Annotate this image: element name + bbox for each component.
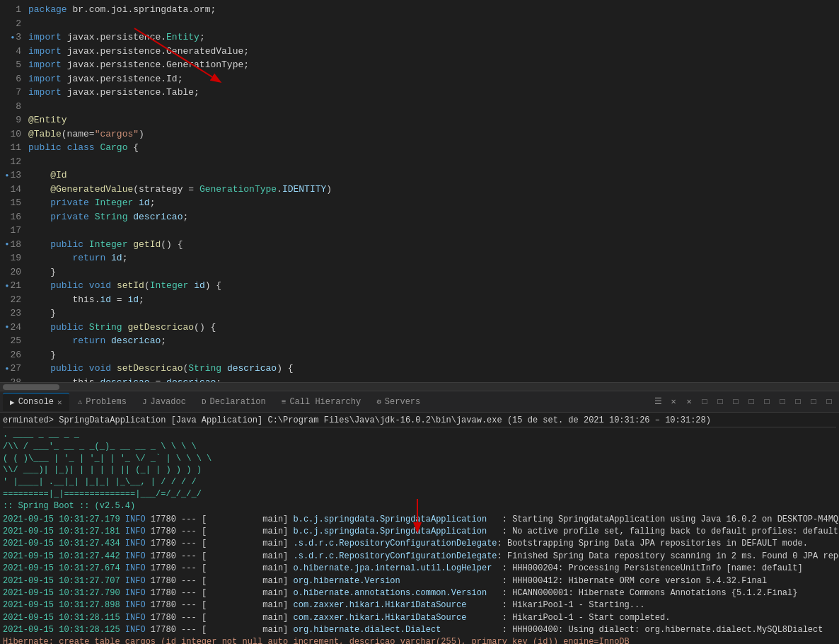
terminated-line: erminated> SpringDataApplication [Java A… xyxy=(3,414,836,427)
line-code: import javax.persistence.Table; xyxy=(28,86,199,100)
code-line: 7import javax.persistence.Table; xyxy=(3,86,839,100)
tab-close-console[interactable]: ✕ xyxy=(57,398,62,407)
line-code: return descricao; xyxy=(28,334,166,348)
line-number: 7 xyxy=(3,86,28,100)
line-code: private Integer id; xyxy=(28,196,155,210)
code-line: 10@Table(name="cargos") xyxy=(3,127,839,142)
action-close[interactable]: ✕ xyxy=(666,395,681,409)
line-number: 6 xyxy=(3,72,28,86)
tab-declaration[interactable]: DDeclaration xyxy=(195,393,273,411)
line-number: 12 xyxy=(3,155,28,169)
code-line: 25 return descricao; xyxy=(3,334,839,348)
tab-callhierarchy[interactable]: ≡Call Hierarchy xyxy=(274,393,368,411)
action-btn-3[interactable]: □ xyxy=(698,395,712,409)
line-number: 14 xyxy=(3,183,28,197)
code-line: 27 public void setDescricao(String descr… xyxy=(3,362,839,376)
tab-bar: ▶Console✕⚠ProblemsJJavadocDDeclaration≡C… xyxy=(0,391,839,413)
line-number: 4 xyxy=(3,45,28,59)
code-line: 5import javax.persistence.GenerationType… xyxy=(3,58,839,72)
line-number: 16 xyxy=(3,210,28,224)
tab-problems[interactable]: ⚠Problems xyxy=(71,393,134,411)
action-btn-4[interactable]: □ xyxy=(713,395,727,409)
log-line: 2021-09-15 10:31:27.181 INFO 17780 --- [… xyxy=(3,526,836,538)
code-line: 28 this.descricao = descricao; xyxy=(3,376,839,383)
line-number: 23 xyxy=(3,306,28,321)
banner-line: /\\ / ___'_ __ _ _(_)_ __ __ _ \ \ \ \ xyxy=(3,441,836,453)
line-code: public void setDescricao(String descrica… xyxy=(28,362,294,376)
scrollbar-thumb[interactable] xyxy=(3,384,59,390)
line-number: 25 xyxy=(3,334,28,348)
code-line: 8 xyxy=(3,100,839,114)
tab-label-callhierarchy: Call Hierarchy xyxy=(289,397,361,407)
log-line: 2021-09-15 10:31:27.790 INFO 17780 --- [… xyxy=(3,587,836,599)
line-code: public String getDescricao() { xyxy=(28,321,216,335)
code-line: 19 return id; xyxy=(3,251,839,265)
line-number: 15 xyxy=(3,196,28,210)
code-line: 22 this.id = id; xyxy=(3,293,839,307)
line-code: } xyxy=(28,306,56,321)
action-btn-9[interactable]: □ xyxy=(791,395,805,409)
banner-line: =========|_|==============|___/=/_/_/_/ xyxy=(3,488,836,500)
line-code: public class Cargo { xyxy=(28,141,139,155)
code-line: 23 } xyxy=(3,306,839,321)
tab-servers[interactable]: ⚙Servers xyxy=(369,393,427,411)
code-line: 13 @Id xyxy=(3,168,839,183)
log-line: 2021-09-15 10:31:27.442 INFO 17780 --- [… xyxy=(3,551,836,563)
log-line: 2021-09-15 10:31:27.179 INFO 17780 --- [… xyxy=(3,514,836,526)
code-editor: 1package br.com.joi.springdata.orm;23imp… xyxy=(0,0,839,382)
tab-label-console: Console xyxy=(18,397,54,407)
code-line: 1package br.com.joi.springdata.orm; xyxy=(3,3,839,17)
line-code: import javax.persistence.Id; xyxy=(28,72,183,86)
line-number: 17 xyxy=(3,224,28,238)
banner-line: ( ( )\___ | '_ | '_| | '_ \/ _` | \ \ \ … xyxy=(3,453,836,465)
line-code: import javax.persistence.GenerationType; xyxy=(28,58,249,72)
action-btn-7[interactable]: □ xyxy=(760,395,774,409)
action-btn-11[interactable]: □ xyxy=(822,395,836,409)
line-number: 1 xyxy=(3,3,28,17)
spring-banner: . ____ _ __ _ _ /\\ / ___'_ __ _ _(_)_ _… xyxy=(3,429,836,512)
line-number: 27 xyxy=(3,362,28,376)
line-code: @Entity xyxy=(28,113,67,127)
log-line: 2021-09-15 10:31:27.707 INFO 17780 --- [… xyxy=(3,575,836,587)
line-code: return id; xyxy=(28,251,127,265)
action-btn-6[interactable]: □ xyxy=(744,395,758,409)
tab-icon-problems: ⚠ xyxy=(78,397,83,406)
log-lines: 2021-09-15 10:31:27.179 INFO 17780 --- [… xyxy=(3,514,836,644)
editor-scrollbar[interactable] xyxy=(0,382,839,391)
line-code: public void setId(Integer id) { xyxy=(28,279,221,293)
action-btn-8[interactable]: □ xyxy=(775,395,789,409)
line-number: 2 xyxy=(3,17,28,31)
line-number: 11 xyxy=(3,141,28,155)
line-number: 13 xyxy=(3,168,28,183)
tab-console[interactable]: ▶Console✕ xyxy=(3,393,69,411)
action-btn-2[interactable]: ✕ xyxy=(682,395,696,409)
action-minimize[interactable]: ☰ xyxy=(651,395,665,409)
line-number: 21 xyxy=(3,279,28,293)
action-btn-10[interactable]: □ xyxy=(806,395,821,409)
line-code: } xyxy=(28,265,56,280)
tab-label-javadoc: Javadoc xyxy=(151,397,186,407)
line-number: 5 xyxy=(3,58,28,72)
code-line: 18 public Integer getId() { xyxy=(3,238,839,252)
log-line: 2021-09-15 10:31:27.434 INFO 17780 --- [… xyxy=(3,538,836,550)
tab-icon-declaration: D xyxy=(202,398,207,406)
code-line: 21 public void setId(Integer id) { xyxy=(3,279,839,293)
tab-icon-console: ▶ xyxy=(10,398,15,407)
line-number: 9 xyxy=(3,113,28,127)
line-number: 18 xyxy=(3,238,28,252)
bottom-panel: ▶Console✕⚠ProblemsJJavadocDDeclaration≡C… xyxy=(0,391,839,644)
action-btn-5[interactable]: □ xyxy=(729,395,743,409)
banner-line: ' |____| .__|_| |_|_| |_\__, | / / / / xyxy=(3,476,836,488)
banner-line: :: Spring Boot :: (v2.5.4) xyxy=(3,500,836,512)
line-code: @GeneratedValue(strategy = GenerationTyp… xyxy=(28,183,332,197)
log-line: 2021-09-15 10:31:27.898 INFO 17780 --- [… xyxy=(3,599,836,611)
tab-label-declaration: Declaration xyxy=(210,397,266,407)
line-code: this.descricao = descricao; xyxy=(28,376,221,383)
line-number: 10 xyxy=(3,127,28,142)
line-code: private String descricao; xyxy=(28,210,188,224)
code-line: 26 } xyxy=(3,348,839,362)
line-code: } xyxy=(28,348,56,362)
tab-javadoc[interactable]: JJavadoc xyxy=(135,393,193,411)
line-number: 24 xyxy=(3,321,28,335)
line-code: import javax.persistence.GeneratedValue; xyxy=(28,45,249,59)
